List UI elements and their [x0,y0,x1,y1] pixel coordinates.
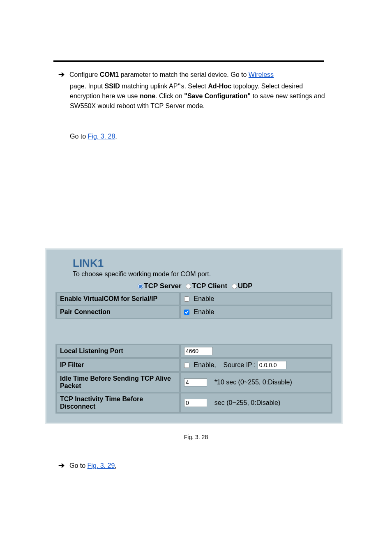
text-lead1-rest: parameter to match the serial device. Go… [121,71,247,78]
radio-tcp-client-label: TCP Client [192,282,227,290]
mode-radio-row: TCP Server TCP Client UDP [55,282,332,290]
cell-enable-vcom: Enable [180,293,332,305]
enable-comma-label: Enable, [194,361,216,368]
row-tcp-inactivity: TCP Inactivity Time Before Disconnect se… [56,393,332,413]
row-enable-vcom: Enable VirtualCOM for Serial/IP Enable [56,293,332,305]
text-a: page. Input [70,83,105,90]
label-enable-vcom: Enable VirtualCOM for Serial/IP [56,293,180,305]
cell-local-port [180,345,332,358]
label-tcp-inactivity: TCP Inactivity Time Before Disconnect [56,393,180,413]
page-body: ➔ Configure COM1 parameter to match the … [0,0,392,487]
adhoc-bold: Ad-Hoc [208,83,231,90]
label-idle-alive: Idle Time Before Sending TCP Alive Packe… [56,372,180,392]
checkbox-pair-connection[interactable] [184,310,189,315]
text-b: matching uplink AP‟s. Select [120,83,208,90]
fig-ref-line: Go to Fig. 3. 28, [70,132,355,141]
bullet-fig-3-29-text: Go to Fig. 3. 29, [69,461,117,471]
tcp-inactivity-suffix: sec (0~255, 0:Disable) [214,399,281,406]
row-idle-alive: Idle Time Before Sending TCP Alive Packe… [56,372,332,392]
none-bold: none [140,92,155,99]
input-source-ip[interactable] [258,361,286,369]
cell-tcp-inactivity: sec (0~255, 0:Disable) [180,393,332,413]
text-lead1: Configure [69,71,100,78]
radio-tcp-client[interactable]: TCP Client [183,282,227,290]
bullet-continuation: page. Input SSID matching uplink AP‟s. S… [70,81,330,111]
bottom-tail: , [115,462,116,469]
radio-udp[interactable]: UDP [229,282,253,290]
figref-tail: , [115,133,117,140]
source-ip-label: Source IP : [224,361,256,368]
radio-tcp-server-label: TCP Server [144,282,181,290]
ssid-bold: SSID [105,83,120,90]
bottom-lead: Go to [69,462,88,469]
row-ip-filter: IP Filter Enable, Source IP : [56,358,332,372]
cell-idle-alive: *10 sec (0~255, 0:Disable) [180,372,332,392]
radio-tcp-server[interactable]: TCP Server [135,282,181,290]
input-tcp-inactivity[interactable] [184,399,207,407]
bullet-fig-3-29: ➔ Go to Fig. 3. 29, [58,461,355,471]
cell-pair-connection: Enable [180,306,332,318]
figure-caption: Fig. 3. 28 [37,434,355,440]
input-local-port[interactable] [184,347,213,355]
fig-3-28-link[interactable]: Fig. 3. 28 [88,133,115,140]
label-pair-connection: Pair Connection [56,306,180,318]
arrow-right-icon-2: ➔ [58,461,65,470]
bullet-text: Configure COM1 parameter to match the se… [69,70,274,80]
enable-label-1: Enable [194,295,214,302]
panel-spacer [55,319,332,344]
idle-alive-suffix: *10 sec (0~255, 0:Disable) [214,379,292,386]
panel-title: LINK1 [73,257,332,270]
input-idle-alive[interactable] [184,378,207,386]
checkbox-ip-filter[interactable] [184,363,189,368]
config-table-2: Local Listening Port IP Filter Enable, S… [55,344,332,414]
config-table-1: Enable VirtualCOM for Serial/IP Enable P… [55,292,332,319]
label-local-port: Local Listening Port [56,345,180,358]
link1-config-panel: LINK1 To choose specific working mode fo… [45,248,343,424]
radio-udp-label: UDP [238,282,253,290]
row-pair-connection: Pair Connection Enable [56,306,332,318]
cell-ip-filter: Enable, Source IP : [180,358,332,372]
panel-subtitle: To choose specific working mode for COM … [73,271,332,278]
checkbox-enable-vcom[interactable] [184,296,189,302]
save-config-bold: "Save Configuration" [184,92,251,99]
bullet-configure-com1: ➔ Configure COM1 parameter to match the … [58,70,355,80]
section-divider [53,60,324,62]
enable-label-2: Enable [194,308,214,315]
text-d: . Click on [155,92,184,99]
arrow-right-icon: ➔ [58,70,65,79]
label-ip-filter: IP Filter [56,358,180,372]
fig-3-29-link[interactable]: Fig. 3. 29 [88,462,115,469]
row-local-port: Local Listening Port [56,345,332,358]
wireless-link[interactable]: Wireless [249,71,274,78]
text-com1-bold: COM1 [100,71,121,78]
figref-lead: Go to [70,133,88,140]
